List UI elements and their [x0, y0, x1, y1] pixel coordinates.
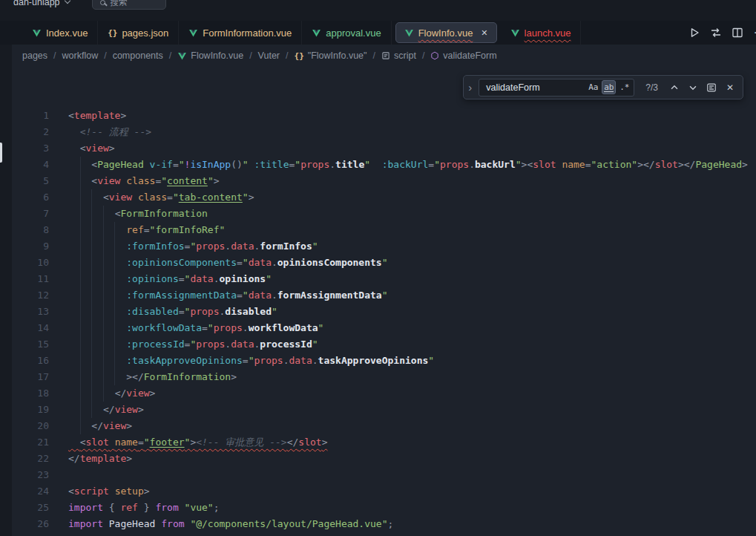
previous-match-button[interactable] [668, 81, 681, 94]
code-line: 13 :disabled="props.disabled" [12, 304, 756, 320]
code-text[interactable]: :formAssignmentData="data.formAssignment… [68, 287, 388, 304]
workspace-title-dropdown[interactable]: dan-uniapp [13, 0, 70, 7]
tab-forminformation-vue[interactable]: FormInformation.vue [179, 21, 302, 45]
code-line: 20 </view> [12, 418, 756, 434]
symbol-method-icon [430, 51, 439, 60]
code-text[interactable]: ></FormInformation> [68, 369, 237, 385]
search-label: 搜索 [111, 0, 128, 8]
breadcrumb-item-components[interactable]: components [113, 50, 163, 61]
line-number: 13 [12, 304, 49, 320]
split-editor-button[interactable] [732, 27, 743, 39]
line-number: 8 [12, 222, 49, 238]
code-text[interactable]: <view class="content"> [68, 173, 220, 189]
code-text[interactable]: :disabled="props.disabled" [68, 304, 277, 320]
tab-pages-json[interactable]: {}pages.json [98, 21, 179, 45]
next-match-button[interactable] [686, 81, 700, 94]
run-button[interactable] [688, 27, 700, 39]
code-line: 18 </view> [12, 385, 756, 402]
code-line: 17 ></FormInformation> [12, 369, 756, 385]
editor-window: dan-uniapp 搜索 Index.vue{}pages.jsonFormI… [0, 0, 756, 536]
tab-flowinfo-vue[interactable]: FlowInfo.vue✕ [395, 22, 497, 43]
code-text[interactable]: </template> [68, 451, 132, 467]
line-number: 16 [12, 353, 49, 369]
line-number: 23 [12, 467, 49, 483]
tab-bar: Index.vue{}pages.jsonFormInformation.vue… [0, 21, 756, 45]
code-line: 16 :taskApproveOpinions="props.data.task… [12, 353, 756, 369]
breadcrumb-item-script[interactable]: script [381, 50, 416, 61]
regex-button[interactable]: .* [617, 80, 631, 94]
line-number: 25 [12, 500, 49, 516]
breadcrumb-item-pages[interactable]: pages [22, 50, 47, 61]
code-text[interactable]: :opinions="data.opinions" [68, 271, 272, 287]
code-text[interactable]: </view> [68, 402, 144, 418]
code-line: 2 <!-- 流程 --> [12, 124, 756, 140]
find-query: validateForm [486, 82, 539, 93]
line-number: 21 [12, 434, 49, 451]
breadcrumb-item-validateform[interactable]: validateForm [430, 50, 496, 61]
code-line: 6 <view class="tab-content"> [12, 189, 756, 206]
code-line: 23 [12, 467, 756, 483]
whole-word-icon: ab [604, 83, 614, 92]
breadcrumb-item--flowinfo-vue-[interactable]: {}"FlowInfo.vue" [295, 50, 367, 61]
code-text[interactable]: import { ref } from "vue"; [68, 500, 220, 516]
code-text[interactable]: import PageHead from "@/components/layou… [68, 516, 393, 532]
code-line: 4 <PageHead v-if="!isInApp()" :title="pr… [12, 157, 756, 173]
breadcrumb-separator: / [286, 50, 288, 61]
close-find-button[interactable]: ✕ [723, 81, 737, 94]
open-changes-button[interactable] [710, 27, 722, 39]
line-number: 22 [12, 451, 49, 467]
code-text[interactable]: <slot name="footer"><!-- 审批意见 --></slot> [68, 434, 327, 451]
code-text[interactable]: <script setup> [68, 483, 150, 500]
find-in-selection-button[interactable] [705, 81, 718, 94]
line-number: 24 [12, 483, 49, 500]
code-text[interactable]: </view> [68, 418, 132, 434]
code-text[interactable]: :taskApproveOpinions="props.data.taskApp… [68, 353, 434, 369]
breadcrumb-item-vuter[interactable]: Vuter [258, 50, 280, 61]
line-number: 15 [12, 336, 49, 353]
code-text[interactable]: <!-- 流程 --> [68, 124, 151, 140]
window-titlebar: dan-uniapp 搜索 [0, 0, 756, 21]
code-text[interactable]: <FormInformation [68, 206, 208, 222]
code-text[interactable]: <template> [68, 108, 126, 124]
tab-index-vue[interactable]: Index.vue [22, 21, 98, 45]
breadcrumb-item-workflow[interactable]: workflow [62, 50, 99, 61]
global-search-box[interactable]: 搜索 [92, 0, 166, 10]
editor-actions: ⋯ [688, 21, 756, 45]
toggle-replace-chevron[interactable]: › [467, 82, 473, 93]
line-number: 18 [12, 385, 49, 402]
code-text[interactable]: </view> [68, 385, 155, 402]
tab-label: launch.vue [525, 27, 571, 39]
more-actions-button[interactable]: ⋯ [753, 27, 756, 39]
match-case-button[interactable]: Aa [586, 80, 600, 94]
close-icon[interactable]: ✕ [481, 28, 487, 38]
braces-icon: {} [295, 51, 304, 61]
line-number: 10 [12, 255, 49, 271]
line-number: 19 [12, 402, 49, 418]
find-options: Aa ab .* [586, 80, 631, 94]
symbol-script-icon [381, 51, 390, 60]
code-editor[interactable]: 1<template>2 <!-- 流程 -->3 <view>4 <PageH… [12, 67, 756, 536]
code-text[interactable]: <view class="tab-content"> [68, 189, 254, 206]
code-line: 3 <view> [12, 140, 756, 157]
code-text[interactable]: :workflowData="props.workflowData" [68, 320, 323, 336]
vue-icon [404, 28, 414, 38]
code-line: 1<template> [12, 108, 756, 124]
code-text[interactable]: :formInfos="props.data.formInfos" [68, 238, 318, 255]
whole-word-button[interactable]: ab [602, 80, 616, 94]
breadcrumb-separator: / [169, 50, 171, 61]
code-line: 26import PageHead from "@/components/lay… [12, 516, 756, 532]
breadcrumb: pages/workflow/components/FlowInfo.vue/V… [12, 45, 756, 67]
line-number: 11 [12, 271, 49, 287]
breadcrumb-item-flowinfo-vue[interactable]: FlowInfo.vue [177, 50, 243, 61]
code-text[interactable]: ref="formInfoRef" [68, 222, 225, 238]
tab-approval-vue[interactable]: approval.vue [302, 21, 391, 45]
code-text[interactable]: <view> [68, 140, 115, 157]
code-text[interactable]: :processId="props.data.processId" [68, 336, 318, 353]
line-number: 6 [12, 189, 49, 206]
vue-icon [312, 28, 321, 38]
code-line: 15 :processId="props.data.processId" [12, 336, 756, 353]
code-text[interactable]: <PageHead v-if="!isInApp()" :title="prop… [68, 157, 748, 173]
code-text[interactable]: :opinionsComponents="data.opinionsCompon… [68, 255, 388, 271]
tab-launch-vue[interactable]: launch.vue [501, 21, 582, 45]
find-input[interactable]: validateForm Aa ab .* [479, 79, 634, 97]
